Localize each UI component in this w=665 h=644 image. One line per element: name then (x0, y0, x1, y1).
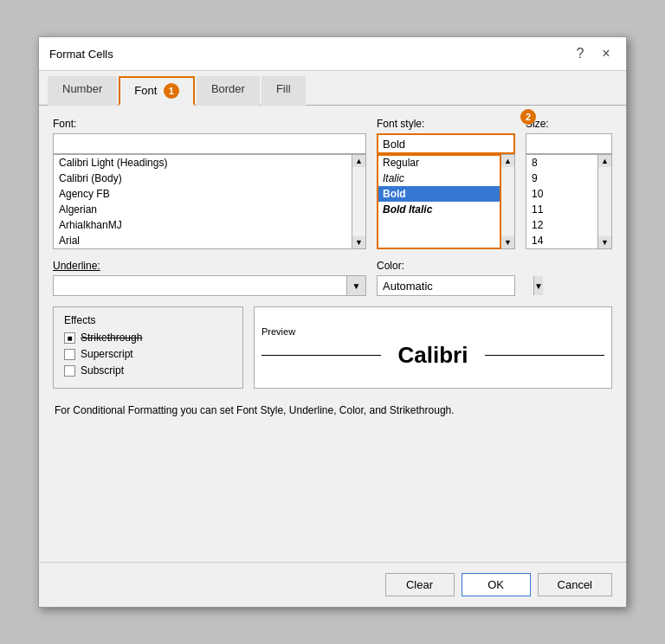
underline-input[interactable] (54, 280, 346, 293)
list-item[interactable]: 9 (526, 171, 597, 186)
list-item[interactable]: Arial (54, 233, 352, 248)
superscript-checkbox[interactable] (64, 349, 75, 360)
color-label: Color: (377, 260, 612, 272)
list-item-bold-italic[interactable]: Bold Italic (378, 202, 500, 217)
scroll-up-button[interactable]: ▲ (598, 155, 611, 167)
preview-title: Preview (261, 326, 295, 337)
font-list[interactable]: Calibri Light (Headings) Calibri (Body) … (53, 154, 352, 249)
list-item[interactable]: 14 (526, 233, 597, 248)
info-text: For Conditional Formatting you can set F… (53, 404, 612, 416)
size-label: Size: (526, 118, 612, 130)
preview-content: Calibri (261, 342, 604, 369)
size-list[interactable]: 8 9 10 11 12 14 (526, 154, 598, 249)
size-list-wrapper: 8 9 10 11 12 14 ▲ ▼ (526, 154, 612, 249)
font-style-list-wrapper: Regular Italic Bold Bold Italic ▲ ▼ (377, 154, 515, 249)
effects-preview-row: Effects ■ Strikethrough Superscript Subs… (53, 306, 612, 389)
color-column: Color: ▼ (377, 260, 612, 296)
list-item-bold[interactable]: Bold (378, 186, 500, 202)
list-item[interactable]: ArhialkhanMJ (54, 217, 352, 233)
size-column: Size: 8 9 10 11 12 14 ▲ ▼ (526, 118, 612, 249)
font-style-scrollbar[interactable]: ▲ ▼ (501, 154, 515, 249)
font-style-input[interactable] (377, 133, 515, 154)
cancel-button[interactable]: Cancel (538, 573, 612, 596)
scroll-down-button[interactable]: ▼ (352, 236, 365, 248)
subscript-row[interactable]: Subscript (64, 364, 232, 377)
bottom-bar: Clear OK Cancel (39, 562, 626, 607)
superscript-row[interactable]: Superscript (64, 348, 232, 360)
tab-fill[interactable]: Fill (261, 76, 306, 106)
strikethrough-checkbox[interactable]: ■ (64, 332, 75, 344)
font-style-column: 2 Font style: Regular Italic Bold Bold I… (377, 118, 515, 249)
list-item[interactable]: Agency FB (54, 186, 352, 202)
scroll-down-button[interactable]: ▼ (598, 236, 611, 248)
underline-dropdown-arrow[interactable]: ▼ (346, 276, 365, 295)
font-label: Font: (53, 118, 366, 130)
strikethrough-row[interactable]: ■ Strikethrough (64, 332, 232, 344)
bottom-buttons: Clear OK Cancel (385, 573, 612, 596)
dialog-title: Format Cells (49, 48, 113, 61)
underline-column: Underline: ▼ (53, 260, 366, 296)
underline-label: Underline: (53, 260, 366, 272)
font-scrollbar[interactable]: ▲ ▼ (352, 154, 366, 249)
list-item-regular[interactable]: Regular (378, 155, 500, 171)
list-item-italic[interactable]: Italic (378, 171, 500, 186)
ok-button[interactable]: OK (462, 573, 531, 596)
list-item[interactable]: 12 (526, 217, 597, 233)
effects-title: Effects (64, 314, 232, 326)
annotation-2-badge: 2 (520, 109, 536, 125)
preview-line-right (485, 355, 604, 356)
top-section: Font: Calibri Light (Headings) Calibri (… (53, 118, 612, 249)
superscript-label: Superscript (81, 348, 133, 360)
font-list-wrapper: Calibri Light (Headings) Calibri (Body) … (53, 154, 366, 249)
close-button[interactable]: × (597, 44, 616, 63)
preview-box: Preview Calibri (254, 306, 612, 389)
font-style-label: Font style: (377, 118, 515, 130)
list-item[interactable]: Calibri Light (Headings) (54, 155, 352, 171)
effects-box: Effects ■ Strikethrough Superscript Subs… (53, 306, 243, 389)
list-item[interactable]: Algerian (54, 202, 352, 217)
font-column: Font: Calibri Light (Headings) Calibri (… (53, 118, 366, 249)
preview-text: Calibri (398, 342, 468, 369)
scroll-down-button[interactable]: ▼ (501, 236, 514, 248)
list-item[interactable]: 11 (526, 202, 597, 217)
preview-line-left (261, 355, 381, 356)
strikethrough-label: Strikethrough (81, 332, 142, 344)
color-dropdown[interactable]: ▼ (377, 275, 515, 296)
tab-border[interactable]: Border (197, 76, 260, 106)
size-input[interactable] (526, 133, 612, 154)
font-input[interactable] (53, 133, 366, 154)
color-input[interactable] (378, 280, 533, 293)
annotation-1-badge: 1 (164, 83, 179, 99)
title-bar-buttons: ? × (571, 44, 616, 63)
format-cells-dialog: Format Cells ? × Number Font 1 Border Fi… (38, 36, 627, 608)
dialog-content: Font: Calibri Light (Headings) Calibri (… (39, 106, 626, 562)
title-bar: Format Cells ? × (39, 37, 626, 71)
underline-dropdown[interactable]: ▼ (53, 275, 366, 296)
list-item[interactable]: 10 (526, 186, 597, 202)
subscript-label: Subscript (81, 364, 124, 377)
scroll-up-button[interactable]: ▲ (352, 155, 365, 167)
list-item[interactable]: 8 (526, 155, 597, 171)
tab-number[interactable]: Number (48, 76, 117, 106)
underline-color-row: Underline: ▼ Color: ▼ (53, 260, 612, 296)
list-item[interactable]: Calibri (Body) (54, 171, 352, 186)
color-dropdown-arrow[interactable]: ▼ (533, 276, 543, 295)
font-style-list[interactable]: Regular Italic Bold Bold Italic (377, 154, 501, 249)
clear-button[interactable]: Clear (385, 573, 455, 596)
scroll-up-button[interactable]: ▲ (501, 155, 514, 167)
size-scrollbar[interactable]: ▲ ▼ (598, 154, 612, 249)
tab-bar: Number Font 1 Border Fill (39, 71, 626, 106)
help-button[interactable]: ? (571, 44, 590, 63)
subscript-checkbox[interactable] (64, 365, 75, 377)
tab-font[interactable]: Font 1 (119, 76, 195, 106)
